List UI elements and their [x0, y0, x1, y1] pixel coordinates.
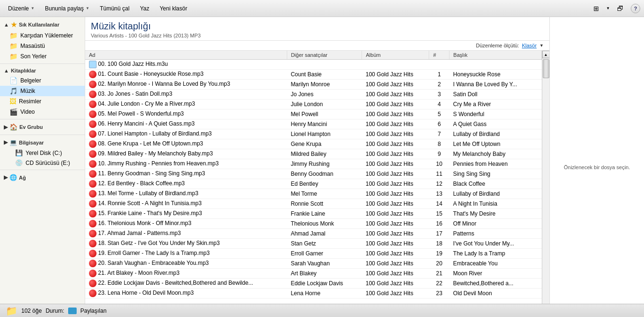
cell-title: Let Me Off Uptown — [450, 139, 542, 149]
table-row[interactable]: 17. Ahmad Jamal - Patterns.mp3Ahmad Jama… — [85, 229, 542, 239]
mp3-icon — [89, 130, 97, 138]
table-row[interactable]: 10. Jimmy Rushing - Pennies from Heaven.… — [85, 159, 542, 169]
col-header-artist[interactable]: Diğer sanatçılar — [287, 51, 362, 60]
cell-num: 20 — [429, 259, 450, 269]
scroll-thumb[interactable] — [543, 59, 549, 78]
cell-album: 100 Gold Jazz Hits — [362, 159, 429, 169]
yeni-klasor-label: Yeni klasör — [159, 5, 187, 12]
table-row[interactable]: 03. Jo Jones - Satin Doll.mp3Jo Jones100… — [85, 90, 542, 100]
col-header-album[interactable]: Albüm — [362, 51, 429, 60]
cell-num: 9 — [429, 149, 450, 159]
col-header-num[interactable]: # — [429, 51, 450, 60]
table-row[interactable]: 21. Art Blakey - Moon River.mp3Art Blake… — [85, 269, 542, 279]
cell-num: 6 — [429, 119, 450, 129]
cell-title: Satin Doll — [450, 90, 542, 100]
sidebar-section-bilgisayar[interactable]: ▶ 💻 Bilgisayar — [0, 137, 85, 148]
table-row[interactable]: 01. Count Basie - Honeysuckle Rose.mp3Co… — [85, 70, 542, 80]
table-row[interactable]: 19. Erroll Garner - The Lady Is a Tramp.… — [85, 249, 542, 259]
table-row[interactable]: 11. Benny Goodman - Sing Sing Sing.mp3Be… — [85, 169, 542, 179]
duzenle-button[interactable]: Düzenle ▼ — [4, 3, 39, 14]
file-table: Ad Diğer sanatçılar Albüm # Başlık 00. 1… — [85, 51, 542, 299]
table-row[interactable]: 12. Ed Bentley - Black Coffee.mp3Ed Bent… — [85, 179, 542, 189]
sik-arrow: ▲ — [4, 22, 9, 27]
table-row[interactable]: 13. Mel Torme - Lullaby of Birdland.mp3M… — [85, 189, 542, 199]
sidebar-divider-3 — [0, 135, 85, 135]
table-row[interactable]: 04. Julie London - Cry Me a River.mp3Jul… — [85, 100, 542, 109]
cell-title: A Night In Tunisia — [450, 199, 542, 209]
sidebar-section-sik[interactable]: ▲ ★ Sık Kullanılanlar — [0, 19, 85, 30]
sidebar-item-video[interactable]: 🎬 Video — [0, 107, 85, 117]
sidebar-section-ev[interactable]: ▶ 🏠 Ev Grubu — [0, 121, 85, 133]
karsidan-label: Karşıdan Yüklemeler — [20, 32, 73, 39]
computer-icon: 💻 — [9, 139, 17, 146]
cell-title: Cry Me a River — [450, 100, 542, 109]
cell-name: 19. Erroll Garner - The Lady Is a Tramp.… — [85, 249, 287, 259]
table-row[interactable]: 05. Mel Powell - S Wonderful.mp3Mel Powe… — [85, 109, 542, 119]
table-row[interactable]: 22. Eddie Lockjaw Davis - Bewitched,Both… — [85, 279, 542, 289]
cell-num — [429, 60, 450, 70]
table-row[interactable]: 02. Marilyn Monroe - I Wanna Be Loved By… — [85, 80, 542, 90]
file-table-container[interactable]: Ad Diğer sanatçılar Albüm # Başlık 00. 1… — [85, 51, 542, 317]
cell-album: 100 Gold Jazz Hits — [362, 100, 429, 109]
scroll-up-button[interactable]: ▲ — [542, 51, 550, 58]
cell-artist: Art Blakey — [287, 269, 362, 279]
cell-name: 11. Benny Goodman - Sing Sing Sing.mp3 — [85, 169, 287, 179]
cell-name: 18. Stan Getz - I've Got You Under My Sk… — [85, 239, 287, 249]
cell-album: 100 Gold Jazz Hits — [362, 249, 429, 259]
cell-album: 100 Gold Jazz Hits — [362, 129, 429, 139]
cell-name: 23. Lena Horne - Old Devil Moon.mp3 — [85, 289, 287, 299]
view-toggle-button[interactable]: ⊞ — [589, 3, 603, 14]
table-row[interactable]: 06. Henry Mancini - A Quiet Gass.mp3Henr… — [85, 119, 542, 129]
sidebar-section-ag[interactable]: ▶ 🌐 Ağ — [0, 172, 85, 183]
tumunu-cal-button[interactable]: Tümünü çal — [96, 3, 134, 14]
cell-name: 04. Julie London - Cry Me a River.mp3 — [85, 100, 287, 109]
sidebar-item-belgeler[interactable]: 📄 Belgeler — [0, 75, 85, 86]
col-header-title[interactable]: Başlık — [450, 51, 542, 60]
table-row[interactable]: 15. Frankie Laine - That's My Desire.mp3… — [85, 209, 542, 219]
sidebar-item-cd[interactable]: 💿 CD Sürücüsü (E:) — [0, 158, 85, 168]
cell-name: 09. Mildred Bailey - My Melancholy Baby.… — [85, 149, 287, 159]
cell-album: 100 Gold Jazz Hits — [362, 229, 429, 239]
table-row[interactable]: 07. Lionel Hampton - Lullaby of Birdland… — [85, 129, 542, 139]
sort-bar: Düzenleme ölçütü: Klasör ▼ — [85, 41, 549, 51]
cell-artist: Ed Bentley — [287, 179, 362, 189]
cell-name: 15. Frankie Laine - That's My Desire.mp3 — [85, 209, 287, 219]
cell-title: Honeysuckle Rose — [450, 70, 542, 80]
sidebar-item-resimler[interactable]: 🖼 Resimler — [0, 96, 85, 107]
sidebar-item-muzik[interactable]: 🎵 Müzik — [0, 86, 85, 96]
table-row[interactable]: 16. Thelonious Monk - Off Minor.mp3Thelo… — [85, 219, 542, 229]
sidebar-item-yerel-disk[interactable]: 💾 Yerel Disk (C:) — [0, 148, 85, 158]
table-row[interactable]: 00. 100 Gold Jazz Hits.m3u — [85, 60, 542, 70]
cell-title: I've Got You Under My... — [450, 239, 542, 249]
cell-album: 100 Gold Jazz Hits — [362, 209, 429, 219]
sidebar-item-masaustu[interactable]: 📁 Masaüstü — [0, 41, 85, 51]
table-row[interactable]: 08. Gene Krupa - Let Me Off Uptown.mp3Ge… — [85, 139, 542, 149]
share-icon — [68, 308, 77, 314]
help-button[interactable]: ? — [631, 4, 640, 13]
table-row[interactable]: 09. Mildred Bailey - My Melancholy Baby.… — [85, 149, 542, 159]
table-row[interactable]: 23. Lena Horne - Old Devil Moon.mp3Lena … — [85, 289, 542, 299]
yeni-klasor-button[interactable]: Yeni klasör — [155, 3, 191, 14]
cell-num: 4 — [429, 100, 450, 109]
scrollbar[interactable]: ▲ ▼ — [542, 51, 549, 317]
paylas-button[interactable]: Bununla paylaş ▼ — [41, 3, 94, 14]
yaz-button[interactable]: Yaz — [136, 3, 154, 14]
mp3-icon — [89, 160, 97, 168]
col-header-name[interactable]: Ad — [85, 51, 287, 60]
sidebar-item-son-yerler[interactable]: 📁 Son Yerler — [0, 51, 85, 62]
mp3-icon — [89, 280, 97, 287]
cell-num: 10 — [429, 159, 450, 169]
cell-album: 100 Gold Jazz Hits — [362, 289, 429, 299]
sidebar-section-kitaplik[interactable]: ▲ Kitaplıklar — [0, 66, 85, 75]
window-restore-button[interactable]: 🗗 — [613, 3, 628, 14]
table-row[interactable]: 18. Stan Getz - I've Got You Under My Sk… — [85, 239, 542, 249]
video-label: Video — [20, 109, 35, 115]
sidebar-item-karsidan[interactable]: 📁 Karşıdan Yüklemeler — [0, 30, 85, 41]
toolbar-right: ⊞ ▼ 🗗 ? — [589, 3, 640, 14]
mp3-icon — [89, 190, 97, 198]
cell-name: 03. Jo Jones - Satin Doll.mp3 — [85, 90, 287, 100]
cell-title: Sing Sing Sing — [450, 169, 542, 179]
table-row[interactable]: 20. Sarah Vaughan - Embraceable You.mp3S… — [85, 259, 542, 269]
sort-value[interactable]: Klasör — [522, 43, 537, 48]
table-row[interactable]: 14. Ronnie Scott - A Night In Tunisia.mp… — [85, 199, 542, 209]
